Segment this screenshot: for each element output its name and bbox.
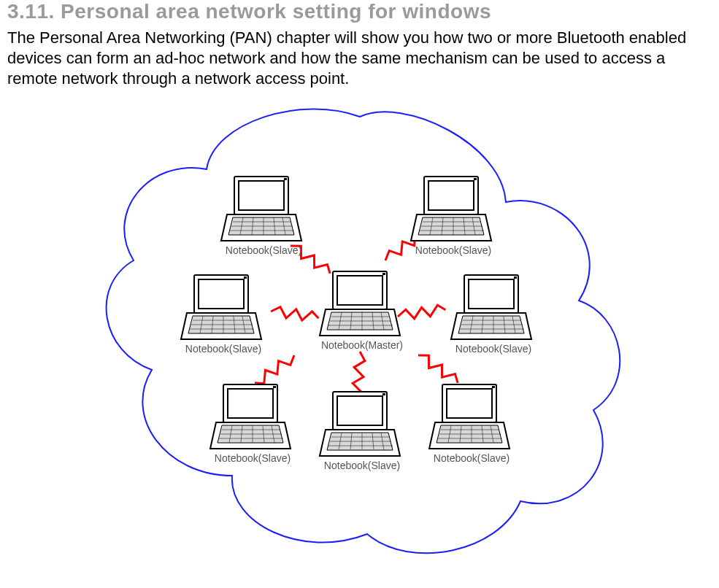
section-title: 3.11. Personal area network setting for …	[7, 0, 712, 23]
laptop-slave-bottom-center	[320, 392, 400, 456]
laptop-slave-bottom-left	[210, 384, 291, 449]
label-slave-mid-right: Notebook(Slave)	[455, 343, 531, 355]
label-slave-bottom-right: Notebook(Slave)	[433, 452, 509, 464]
label-slave-top-left: Notebook(Slave)	[225, 244, 301, 256]
label-master: Notebook(Master)	[320, 339, 402, 351]
diagram-svg: Notebook(Slave) Notebook(Slave) Notebook…	[82, 104, 637, 570]
laptop-slave-bottom-right	[429, 384, 510, 449]
label-slave-mid-left: Notebook(Slave)	[185, 343, 261, 355]
intro-paragraph: The Personal Area Networking (PAN) chapt…	[7, 28, 708, 89]
label-slave-bottom-left: Notebook(Slave)	[214, 452, 290, 464]
laptop-slave-top-right	[411, 177, 491, 241]
label-slave-top-right: Notebook(Slave)	[415, 244, 491, 256]
page: 3.11. Personal area network setting for …	[0, 0, 719, 585]
laptop-slave-mid-left	[181, 275, 261, 339]
network-diagram: Notebook(Slave) Notebook(Slave) Notebook…	[7, 104, 712, 570]
laptop-slave-top-left	[221, 177, 301, 241]
laptop-master	[320, 271, 400, 336]
label-slave-bottom-center: Notebook(Slave)	[323, 460, 399, 471]
laptop-slave-mid-right	[451, 275, 531, 339]
